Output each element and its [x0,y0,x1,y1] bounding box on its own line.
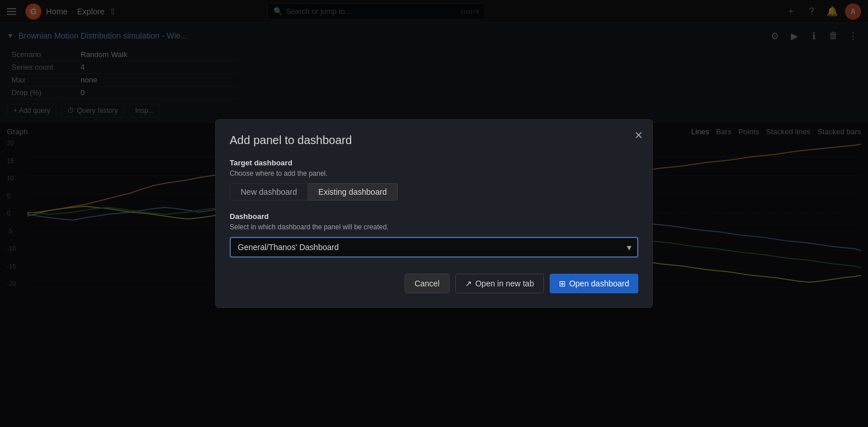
add-panel-modal: ✕ Add panel to dashboard Target dashboar… [215,119,653,308]
dashboard-select-label: Dashboard [230,212,638,221]
dashboard-icon: ⊞ [559,279,566,288]
dashboard-select-desc: Select in which dashboard the panel will… [230,223,638,231]
open-dashboard-button[interactable]: ⊞ Open dashboard [550,274,638,293]
new-dashboard-btn[interactable]: New dashboard [230,183,308,201]
new-tab-icon: ↗ [465,279,472,288]
dashboard-type-toggle: New dashboard Existing dashboard [230,183,638,201]
modal-title: Add panel to dashboard [230,134,638,147]
cancel-button[interactable]: Cancel [405,274,450,293]
target-dashboard-label: Target dashboard [230,158,638,167]
modal-footer: Cancel ↗ Open in new tab ⊞ Open dashboar… [230,274,638,293]
dashboard-select-wrapper: General/Thanos' Dashboard General/Main D… [230,237,638,258]
target-dashboard-desc: Choose where to add the panel. [230,169,638,177]
modal-overlay: ✕ Add panel to dashboard Target dashboar… [0,0,868,427]
modal-close-button[interactable]: ✕ [634,129,643,142]
dashboard-select[interactable]: General/Thanos' Dashboard General/Main D… [230,237,638,258]
existing-dashboard-btn[interactable]: Existing dashboard [308,183,398,201]
open-in-new-tab-button[interactable]: ↗ Open in new tab [455,274,544,293]
